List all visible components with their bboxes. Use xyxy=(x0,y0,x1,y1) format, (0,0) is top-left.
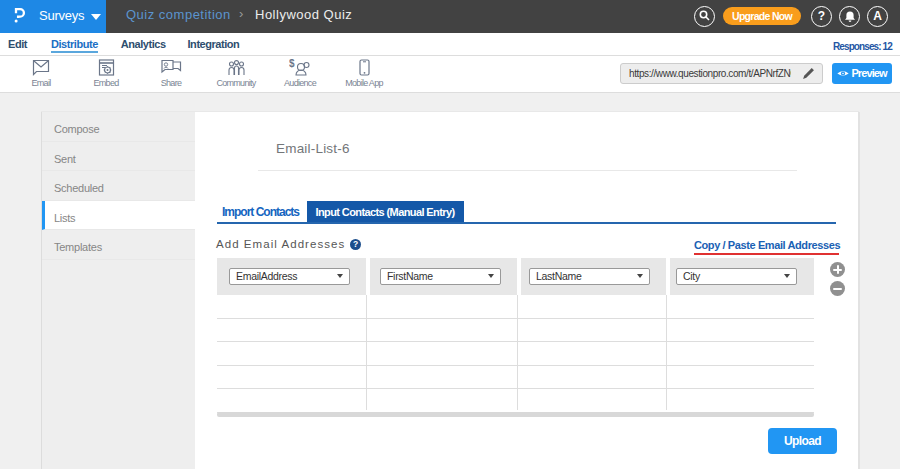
svg-text:$: $ xyxy=(289,59,295,69)
